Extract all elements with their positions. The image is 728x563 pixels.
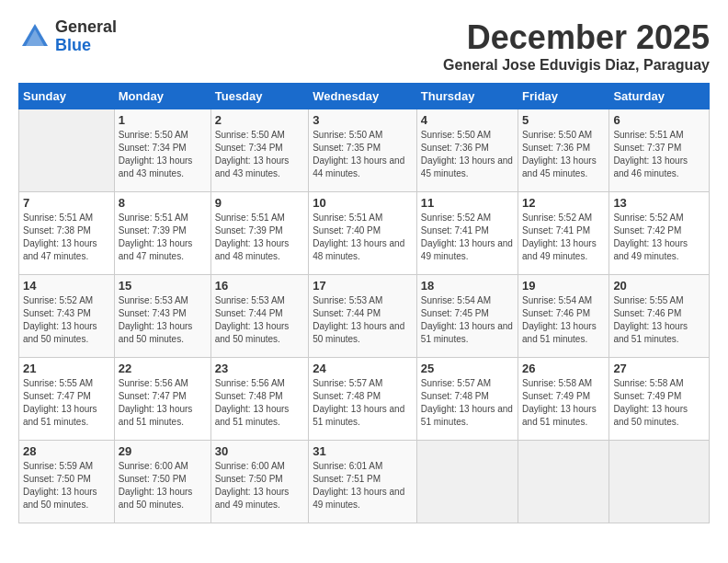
- day-info: Sunrise: 5:50 AMSunset: 7:35 PMDaylight:…: [313, 129, 413, 180]
- day-number: 10: [313, 196, 413, 210]
- day-number: 22: [119, 362, 207, 375]
- day-info: Sunrise: 6:00 AMSunset: 7:50 PMDaylight:…: [215, 460, 304, 511]
- day-info: Sunrise: 5:51 AMSunset: 7:39 PMDaylight:…: [215, 212, 304, 263]
- calendar-cell: 25Sunrise: 5:57 AMSunset: 7:48 PMDayligh…: [416, 358, 518, 441]
- day-info: Sunrise: 5:50 AMSunset: 7:36 PMDaylight:…: [522, 129, 605, 180]
- day-info: Sunrise: 5:53 AMSunset: 7:44 PMDaylight:…: [313, 294, 413, 346]
- calendar-cell: 9Sunrise: 5:51 AMSunset: 7:39 PMDaylight…: [210, 192, 308, 275]
- day-number: 19: [522, 279, 605, 293]
- day-number: 9: [215, 196, 304, 210]
- day-info: Sunrise: 5:55 AMSunset: 7:46 PMDaylight:…: [613, 294, 705, 346]
- calendar-cell: 3Sunrise: 5:50 AMSunset: 7:35 PMDaylight…: [309, 109, 417, 192]
- calendar-cell: 8Sunrise: 5:51 AMSunset: 7:39 PMDaylight…: [114, 192, 210, 275]
- calendar-cell: 15Sunrise: 5:53 AMSunset: 7:43 PMDayligh…: [114, 275, 210, 358]
- day-info: Sunrise: 5:57 AMSunset: 7:48 PMDaylight:…: [421, 377, 514, 429]
- calendar-cell: 16Sunrise: 5:53 AMSunset: 7:44 PMDayligh…: [210, 275, 308, 358]
- day-number: 11: [421, 196, 514, 210]
- day-info: Sunrise: 5:53 AMSunset: 7:44 PMDaylight:…: [215, 294, 304, 346]
- day-info: Sunrise: 5:51 AMSunset: 7:38 PMDaylight:…: [23, 212, 110, 263]
- day-number: 13: [613, 196, 705, 210]
- calendar-cell: 7Sunrise: 5:51 AMSunset: 7:38 PMDaylight…: [19, 192, 115, 275]
- day-number: 27: [613, 362, 705, 375]
- day-info: Sunrise: 5:55 AMSunset: 7:47 PMDaylight:…: [23, 377, 110, 429]
- calendar-cell: 23Sunrise: 5:56 AMSunset: 7:48 PMDayligh…: [210, 358, 308, 441]
- day-number: 20: [613, 279, 705, 293]
- week-row-2: 7Sunrise: 5:51 AMSunset: 7:38 PMDaylight…: [19, 192, 710, 275]
- day-number: 5: [522, 113, 605, 127]
- day-number: 7: [23, 196, 110, 210]
- day-number: 25: [421, 362, 514, 375]
- day-info: Sunrise: 5:54 AMSunset: 7:46 PMDaylight:…: [522, 294, 605, 346]
- calendar-cell: 26Sunrise: 5:58 AMSunset: 7:49 PMDayligh…: [518, 358, 609, 441]
- day-number: 8: [119, 196, 207, 210]
- day-number: 1: [119, 113, 207, 127]
- calendar-cell: 21Sunrise: 5:55 AMSunset: 7:47 PMDayligh…: [19, 358, 115, 441]
- calendar-cell: [19, 109, 115, 192]
- calendar-cell: 11Sunrise: 5:52 AMSunset: 7:41 PMDayligh…: [416, 192, 518, 275]
- day-info: Sunrise: 5:51 AMSunset: 7:40 PMDaylight:…: [313, 212, 413, 263]
- header-row: SundayMondayTuesdayWednesdayThursdayFrid…: [19, 84, 710, 109]
- calendar-cell: [518, 441, 609, 523]
- calendar-cell: 29Sunrise: 6:00 AMSunset: 7:50 PMDayligh…: [114, 441, 210, 523]
- logo-text: General Blue: [55, 18, 117, 55]
- calendar-cell: 24Sunrise: 5:57 AMSunset: 7:48 PMDayligh…: [309, 358, 417, 441]
- day-number: 18: [421, 279, 514, 293]
- logo: General Blue: [18, 18, 117, 55]
- day-info: Sunrise: 5:50 AMSunset: 7:36 PMDaylight:…: [421, 129, 514, 180]
- day-info: Sunrise: 5:51 AMSunset: 7:39 PMDaylight:…: [119, 212, 207, 263]
- calendar-cell: 12Sunrise: 5:52 AMSunset: 7:41 PMDayligh…: [518, 192, 609, 275]
- day-number: 23: [215, 362, 304, 375]
- col-header-sunday: Sunday: [19, 84, 115, 109]
- day-info: Sunrise: 5:52 AMSunset: 7:41 PMDaylight:…: [522, 212, 605, 263]
- day-number: 28: [23, 444, 110, 458]
- day-number: 15: [119, 279, 207, 293]
- day-number: 2: [215, 113, 304, 127]
- day-number: 12: [522, 196, 605, 210]
- day-info: Sunrise: 5:56 AMSunset: 7:47 PMDaylight:…: [119, 377, 207, 429]
- logo-general: General: [55, 18, 117, 37]
- week-row-3: 14Sunrise: 5:52 AMSunset: 7:43 PMDayligh…: [19, 275, 710, 358]
- day-info: Sunrise: 5:50 AMSunset: 7:34 PMDaylight:…: [215, 129, 304, 180]
- day-info: Sunrise: 6:01 AMSunset: 7:51 PMDaylight:…: [313, 460, 413, 511]
- day-number: 16: [215, 279, 304, 293]
- day-info: Sunrise: 6:00 AMSunset: 7:50 PMDaylight:…: [119, 460, 207, 511]
- col-header-tuesday: Tuesday: [210, 84, 308, 109]
- logo-icon: [18, 20, 51, 53]
- day-number: 17: [313, 279, 413, 293]
- calendar-cell: 1Sunrise: 5:50 AMSunset: 7:34 PMDaylight…: [114, 109, 210, 192]
- calendar-cell: 2Sunrise: 5:50 AMSunset: 7:34 PMDaylight…: [210, 109, 308, 192]
- col-header-monday: Monday: [114, 84, 210, 109]
- page-header: General Blue December 2025 General Jose …: [18, 18, 710, 74]
- day-number: 29: [119, 444, 207, 458]
- week-row-5: 28Sunrise: 5:59 AMSunset: 7:50 PMDayligh…: [19, 441, 710, 523]
- calendar-cell: 28Sunrise: 5:59 AMSunset: 7:50 PMDayligh…: [19, 441, 115, 523]
- day-number: 31: [313, 444, 413, 458]
- day-info: Sunrise: 5:52 AMSunset: 7:42 PMDaylight:…: [613, 212, 705, 263]
- calendar-cell: 31Sunrise: 6:01 AMSunset: 7:51 PMDayligh…: [309, 441, 417, 523]
- day-info: Sunrise: 5:52 AMSunset: 7:41 PMDaylight:…: [421, 212, 514, 263]
- day-number: 3: [313, 113, 413, 127]
- calendar-cell: 27Sunrise: 5:58 AMSunset: 7:49 PMDayligh…: [609, 358, 710, 441]
- calendar-table: SundayMondayTuesdayWednesdayThursdayFrid…: [18, 83, 710, 523]
- day-number: 30: [215, 444, 304, 458]
- week-row-4: 21Sunrise: 5:55 AMSunset: 7:47 PMDayligh…: [19, 358, 710, 441]
- day-info: Sunrise: 5:58 AMSunset: 7:49 PMDaylight:…: [522, 377, 605, 429]
- calendar-cell: [416, 441, 518, 523]
- week-row-1: 1Sunrise: 5:50 AMSunset: 7:34 PMDaylight…: [19, 109, 710, 192]
- calendar-cell: 13Sunrise: 5:52 AMSunset: 7:42 PMDayligh…: [609, 192, 710, 275]
- calendar-cell: 18Sunrise: 5:54 AMSunset: 7:45 PMDayligh…: [416, 275, 518, 358]
- title-block: December 2025 General Jose Eduvigis Diaz…: [443, 18, 710, 74]
- day-info: Sunrise: 5:54 AMSunset: 7:45 PMDaylight:…: [421, 294, 514, 346]
- calendar-cell: 30Sunrise: 6:00 AMSunset: 7:50 PMDayligh…: [210, 441, 308, 523]
- col-header-thursday: Thursday: [416, 84, 518, 109]
- day-number: 14: [23, 279, 110, 293]
- col-header-saturday: Saturday: [609, 84, 710, 109]
- calendar-cell: 19Sunrise: 5:54 AMSunset: 7:46 PMDayligh…: [518, 275, 609, 358]
- subtitle: General Jose Eduvigis Diaz, Paraguay: [443, 57, 710, 74]
- logo-blue: Blue: [55, 37, 117, 55]
- calendar-cell: 22Sunrise: 5:56 AMSunset: 7:47 PMDayligh…: [114, 358, 210, 441]
- day-info: Sunrise: 5:50 AMSunset: 7:34 PMDaylight:…: [119, 129, 207, 180]
- calendar-cell: 17Sunrise: 5:53 AMSunset: 7:44 PMDayligh…: [309, 275, 417, 358]
- calendar-cell: [609, 441, 710, 523]
- calendar-cell: 14Sunrise: 5:52 AMSunset: 7:43 PMDayligh…: [19, 275, 115, 358]
